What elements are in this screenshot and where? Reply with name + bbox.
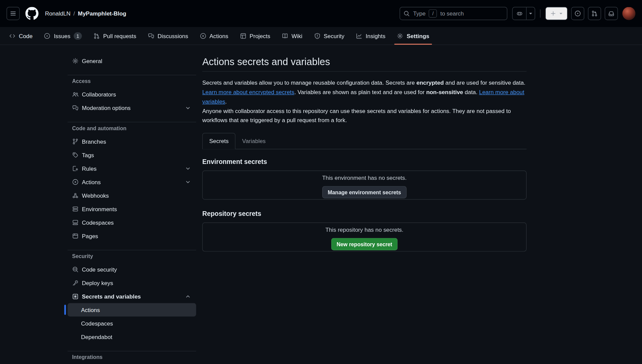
header-divider (540, 9, 540, 18)
chevron-down-icon[interactable] (185, 178, 191, 185)
tab-variables[interactable]: Variables (236, 133, 272, 149)
chevron-up-icon[interactable] (185, 293, 191, 300)
issues-dashboard-button[interactable] (571, 7, 584, 20)
tab-actions[interactable]: Actions (194, 27, 234, 45)
sidebar-item-tags[interactable]: Tags (68, 148, 196, 162)
sidebar-item-label: Collaborators (82, 91, 116, 97)
sidebar-subitem-codespaces[interactable]: Codespaces (68, 316, 196, 330)
sidebar-item-label: General (82, 57, 102, 64)
sidebar-item-deploy-keys[interactable]: Deploy keys (68, 276, 196, 289)
book-icon (282, 32, 288, 39)
chevron-down-icon[interactable] (185, 105, 191, 111)
rules-icon (72, 165, 78, 171)
tab-code[interactable]: Code (3, 27, 38, 45)
sidebar-divider (68, 122, 196, 122)
breadcrumb-separator: / (73, 10, 75, 17)
global-header: RonaldLN / MyPamphlet-Blog Type / to sea… (0, 0, 642, 27)
manage-environment-secrets-button[interactable]: Manage environment secrets (323, 186, 407, 198)
environment-empty-text: This environment has no secrets. (322, 174, 407, 182)
sidebar-item-secrets-and-variables[interactable]: Secrets and variables (68, 289, 196, 303)
sidebar-item-label: Branches (82, 138, 106, 144)
sidebar-item-collaborators[interactable]: Collaborators (68, 87, 196, 101)
sidebar-item-code-security[interactable]: Code security (68, 262, 196, 276)
tab-pull-requests[interactable]: Pull requests (87, 27, 142, 45)
sidebar-item-general[interactable]: General (68, 54, 196, 67)
git-pull-request-icon (93, 32, 100, 39)
play-icon (72, 178, 78, 185)
tab-projects[interactable]: Projects (234, 27, 276, 45)
sidebar-subitem-actions[interactable]: Actions (68, 303, 196, 316)
chevron-down-icon[interactable] (185, 165, 191, 171)
tab-issues[interactable]: Issues 1 (38, 27, 87, 45)
tab-secrets[interactable]: Secrets (202, 133, 236, 149)
shield-icon (314, 32, 320, 39)
sidebar-item-rules[interactable]: Rules (68, 162, 196, 175)
copilot-button[interactable] (513, 7, 527, 20)
sidebar-item-pages[interactable]: Pages (68, 229, 196, 243)
breadcrumb-owner[interactable]: RonaldLN (45, 10, 70, 17)
repository-secrets-box: This repository has no secrets. New repo… (202, 223, 527, 252)
search-placeholder-suffix: to search (440, 10, 464, 17)
tab-settings[interactable]: Settings (391, 27, 435, 45)
copilot-icon (516, 10, 522, 17)
intro-paragraph-2: Anyone with collaborator access to this … (202, 106, 527, 125)
tab-label: Wiki (291, 32, 302, 39)
environment-secrets-heading: Environment secrets (202, 158, 527, 166)
user-avatar[interactable] (622, 7, 636, 20)
search-icon (403, 10, 410, 17)
copilot-button-group (512, 7, 535, 20)
breadcrumb-repo[interactable]: MyPamphlet-Blog (78, 10, 126, 17)
tab-security[interactable]: Security (308, 27, 350, 45)
tab-discussions[interactable]: Discussions (142, 27, 194, 45)
repository-secrets-heading: Repository secrets (202, 210, 527, 218)
comment-discussion-icon (72, 105, 78, 111)
tab-insights[interactable]: Insights (350, 27, 391, 45)
copilot-menu-button[interactable] (527, 7, 535, 20)
create-new-button[interactable] (545, 7, 567, 20)
sidebar-divider (68, 351, 196, 351)
intro-text: data. (463, 89, 479, 95)
search-input[interactable]: Type / to search (400, 7, 507, 20)
browser-icon (72, 232, 78, 239)
pull-requests-dashboard-button[interactable] (588, 7, 601, 20)
key-asterisk-icon (72, 293, 78, 300)
new-repository-secret-button[interactable]: New repository secret (331, 238, 397, 250)
tab-label: Projects (250, 32, 270, 39)
sidebar-item-branches[interactable]: Branches (68, 135, 196, 148)
environment-secrets-box: This environment has no secrets. Manage … (202, 171, 527, 200)
intro-text: . Variables are shown as plain text and … (294, 89, 426, 95)
sidebar-section-access: Access (72, 78, 196, 85)
intro-bold-non-sensitive: non-sensitive (426, 89, 463, 95)
active-indicator-bar (64, 305, 66, 315)
sidebar-section-security: Security (72, 253, 196, 259)
sidebar-item-label: Actions (81, 307, 100, 313)
page: RonaldLN / MyPamphlet-Blog Type / to sea… (0, 0, 642, 364)
intro-text: Secrets and variables allow you to manag… (202, 79, 416, 86)
key-icon (72, 280, 78, 286)
slash-key-hint: / (429, 9, 437, 18)
tab-wiki[interactable]: Wiki (276, 27, 308, 45)
github-logo-icon (25, 7, 38, 20)
table-icon (240, 32, 246, 39)
sidebar-item-actions[interactable]: Actions (68, 175, 196, 189)
hamburger-menu-button[interactable] (6, 7, 20, 20)
intro-paragraph: Secrets and variables allow you to manag… (202, 78, 527, 107)
sidebar-item-label: Actions (82, 178, 101, 185)
sidebar-item-webhooks[interactable]: Webhooks (68, 189, 196, 202)
link-learn-more-encrypted-secrets[interactable]: Learn more about encrypted secrets (202, 89, 294, 95)
sidebar-item-moderation-options[interactable]: Moderation options (68, 101, 196, 114)
github-logo[interactable] (25, 7, 38, 20)
comment-discussion-icon (148, 32, 154, 39)
tab-label: Code (19, 32, 33, 39)
sidebar-item-label: Codespaces (81, 320, 113, 327)
secrets-variables-tabnav: Secrets Variables (202, 133, 527, 149)
issue-opened-icon (574, 10, 581, 17)
intro-text: . (225, 98, 227, 105)
inbox-button[interactable] (605, 7, 618, 20)
sidebar-subitem-dependabot[interactable]: Dependabot (68, 330, 196, 343)
sidebar-item-codespaces[interactable]: Codespaces (68, 216, 196, 229)
server-icon (72, 205, 78, 212)
sidebar-item-environments[interactable]: Environments (68, 202, 196, 216)
code-scan-icon (72, 266, 78, 273)
tab-label: Discussions (158, 32, 188, 39)
